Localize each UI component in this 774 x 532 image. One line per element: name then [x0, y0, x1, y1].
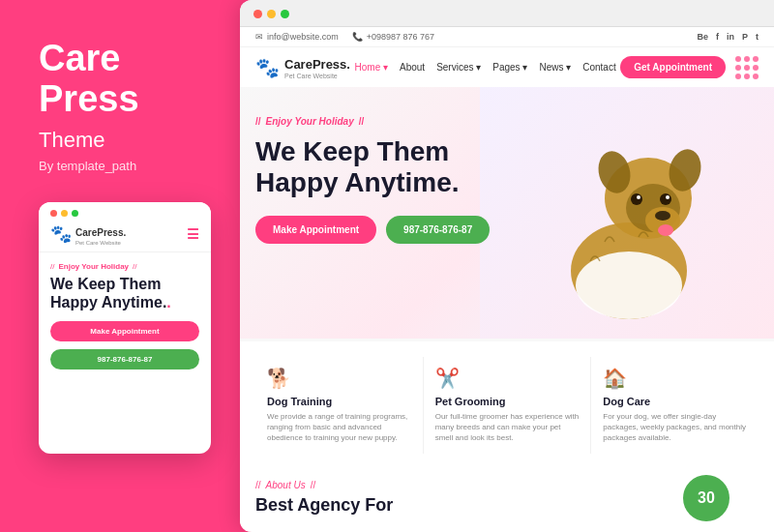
hamburger-icon[interactable]: ☰	[187, 226, 199, 242]
green-number: 30	[698, 489, 715, 507]
phone-button[interactable]: 987-876-876-87	[386, 216, 490, 244]
mobile-hero-section: // Enjoy Your Holiday // We Keep Them Ha…	[39, 252, 211, 377]
linkedin-icon[interactable]: in	[727, 32, 734, 42]
browser-dots	[253, 10, 289, 18]
nav-logo-text: CarePress.	[284, 57, 350, 72]
dog-image	[522, 106, 735, 339]
dot-green	[72, 210, 78, 217]
hero-tagline: // Enjoy Your Holiday //	[255, 116, 490, 127]
svg-point-10	[666, 195, 670, 199]
pet-grooming-title: Pet Grooming	[435, 396, 580, 407]
paw-icon: 🐾	[50, 223, 72, 245]
dog-training-desc: We provide a range of training programs,…	[267, 411, 411, 444]
dog-care-title: Dog Care	[603, 396, 747, 407]
brand-by: By template_path	[39, 159, 211, 173]
appointment-button[interactable]: Make Appointment	[255, 216, 376, 244]
svg-point-11	[658, 224, 673, 236]
nav-item-home[interactable]: Home ▾	[355, 62, 388, 73]
svg-point-8	[660, 193, 671, 205]
service-card-dog-training: 🐕 Dog Training We provide a range of tra…	[255, 357, 424, 454]
topbar-email: info@website.com	[267, 32, 339, 42]
hero-dog-container	[503, 87, 755, 339]
phone-icon-topbar: 📞	[352, 32, 363, 42]
mobile-logo-row: 🐾 CarePress. Pet Care Website ☰	[50, 222, 199, 246]
bottom-line-left: //	[255, 480, 261, 490]
mobile-hero-title: We Keep Them Happy Anytime..	[50, 275, 199, 311]
mobile-tagline-text: Enjoy Your Holiday	[58, 262, 129, 271]
tagline-line-left: //	[255, 116, 261, 127]
dog-care-icon: 🏠	[603, 367, 747, 390]
website-nav: 🐾 CarePress. Pet Care Website Home ▾ Abo…	[240, 47, 774, 87]
nav-item-news[interactable]: News ▾	[539, 62, 571, 73]
nav-paw-icon: 🐾	[255, 56, 280, 79]
mobile-tagline-line-right: //	[133, 262, 136, 271]
mobile-header: 🐾 CarePress. Pet Care Website ☰	[39, 202, 211, 252]
svg-point-9	[637, 195, 640, 199]
nav-dots-decoration	[735, 56, 759, 79]
nav-links: Home ▾ About Services ▾ Pages ▾ News ▾ C…	[355, 62, 616, 73]
nav-logo-sub: Pet Care Website	[284, 73, 350, 79]
svg-point-6	[655, 211, 670, 221]
hero-content: // Enjoy Your Holiday // We Keep ThemHap…	[255, 116, 490, 244]
dog-care-desc: For your dog, we offer single-day packag…	[603, 411, 747, 444]
mobile-logo: 🐾 CarePress. Pet Care Website	[50, 222, 126, 246]
nav-item-contact[interactable]: Contact	[582, 62, 615, 73]
nav-logo: 🐾 CarePress. Pet Care Website	[255, 55, 350, 79]
mobile-window-dots	[50, 210, 199, 217]
pinterest-icon[interactable]: P	[742, 32, 748, 42]
dog-training-title: Dog Training	[267, 396, 411, 407]
bottom-tagline-text: About Us	[266, 480, 306, 490]
brand-title: Care Press	[39, 39, 211, 120]
behance-icon[interactable]: Be	[697, 32, 708, 42]
dot-yellow	[61, 210, 68, 217]
mobile-phone-button[interactable]: 987-876-876-87	[50, 349, 199, 369]
dog-training-icon: 🐕	[267, 367, 411, 390]
topbar-right: Be f in P t	[697, 32, 759, 42]
hero-title: We Keep ThemHappy Anytime.	[255, 136, 490, 198]
right-panel: ✉ info@website.com 📞 +098987 876 767 Be …	[240, 0, 774, 532]
mobile-tagline-row: // Enjoy Your Holiday //	[50, 262, 199, 271]
mobile-mockup: 🐾 CarePress. Pet Care Website ☰ // Enjoy…	[39, 202, 211, 454]
hero-buttons: Make Appointment 987-876-876-87	[255, 216, 490, 244]
dot-red	[50, 210, 57, 217]
nav-item-services[interactable]: Services ▾	[436, 62, 481, 73]
bottom-tagline: // About Us //	[255, 480, 393, 490]
hero-tagline-text: Enjoy Your Holiday	[266, 116, 354, 127]
bottom-section: // About Us // Best Agency For 30	[240, 465, 774, 531]
browser-dot-red	[253, 10, 262, 18]
green-circle: 30	[683, 475, 729, 521]
mobile-appointment-button[interactable]: Make Appointment	[50, 321, 199, 341]
nav-item-about[interactable]: About	[400, 62, 425, 73]
pet-grooming-icon: ✂️	[435, 367, 580, 390]
left-panel: Care Press Theme By template_path 🐾 Care…	[0, 0, 240, 532]
service-card-pet-grooming: ✂️ Pet Grooming Our full-time groomer ha…	[424, 357, 592, 454]
services-section: 🐕 Dog Training We provide a range of tra…	[240, 339, 774, 465]
browser-dot-green	[281, 10, 289, 18]
service-card-dog-care: 🏠 Dog Care For your dog, we offer single…	[591, 357, 759, 454]
topbar-phone: +098987 876 767	[367, 32, 434, 42]
nav-cta-button[interactable]: Get Appointment	[620, 56, 726, 78]
browser-chrome	[240, 0, 774, 27]
envelope-icon: ✉	[255, 32, 263, 42]
bottom-line-right: //	[311, 480, 316, 490]
topbar-left: ✉ info@website.com 📞 +098987 876 767	[255, 32, 434, 42]
pet-grooming-desc: Our full-time groomer has experience wit…	[435, 411, 580, 444]
mobile-hero-accent: .	[166, 294, 170, 310]
mobile-tagline-line-left: //	[50, 262, 54, 271]
brand-subtitle: Theme	[39, 128, 211, 153]
facebook-icon[interactable]: f	[716, 32, 719, 42]
svg-point-7	[631, 193, 642, 205]
mobile-logo-sub: Pet Care Website	[75, 240, 126, 246]
hero-section: // Enjoy Your Holiday // We Keep ThemHap…	[240, 87, 774, 339]
website-topbar: ✉ info@website.com 📞 +098987 876 767 Be …	[240, 27, 774, 47]
browser-dot-yellow	[267, 10, 276, 18]
svg-point-12	[576, 251, 682, 319]
bottom-title: Best Agency For	[255, 495, 393, 516]
twitter-icon[interactable]: t	[756, 32, 759, 42]
tagline-line-right: //	[359, 116, 365, 127]
nav-item-pages[interactable]: Pages ▾	[492, 62, 527, 73]
mobile-logo-text: CarePress.	[75, 227, 126, 238]
